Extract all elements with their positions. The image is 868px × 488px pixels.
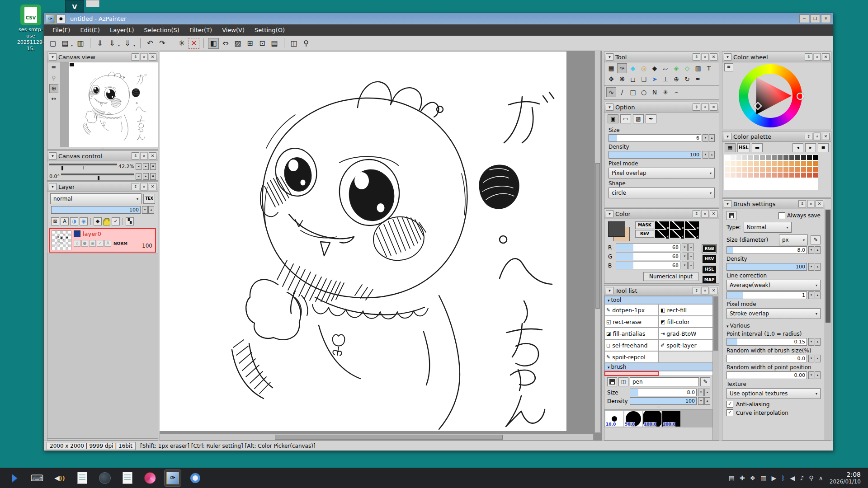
toollist-item-dotpen-1px[interactable]: ✎dotpen-1px [604, 304, 659, 316]
taskbar-azpainter[interactable]: ✑ [165, 470, 181, 486]
palette-color[interactable] [783, 172, 789, 178]
select-box-tool-icon[interactable]: ◻ [628, 74, 638, 84]
palette-color[interactable] [748, 166, 754, 172]
spoit-tool-icon[interactable]: ✒ [693, 74, 703, 84]
palette-color[interactable] [812, 155, 818, 160]
open-file-icon[interactable]: ▤ [60, 38, 71, 49]
palette-color[interactable] [730, 178, 736, 184]
rotate-minus-button[interactable]: ◂ [136, 173, 142, 180]
menu-selection[interactable]: Selection(S) [139, 24, 184, 36]
brush-settings-scrollbar[interactable] [825, 209, 831, 440]
line-correction-select[interactable]: Average(weak)▾ [726, 280, 821, 291]
bs-density-slider[interactable]: 100 [726, 263, 807, 271]
palette-color[interactable] [724, 172, 730, 178]
panel-store-icon[interactable]: « [702, 53, 709, 61]
palette-grid-view-icon[interactable]: ▦ [725, 143, 736, 152]
mask-color-3[interactable] [685, 221, 699, 229]
mask-a-icon[interactable]: A [61, 217, 69, 225]
palette-color[interactable] [789, 184, 795, 190]
unit-select[interactable]: px▾ [779, 235, 808, 245]
rotate-plus-button[interactable]: ▸ [143, 173, 149, 180]
mask-color-4[interactable] [655, 230, 669, 238]
palette-color[interactable] [754, 155, 760, 160]
palette-color[interactable] [760, 178, 765, 184]
texture-button[interactable]: TEX [143, 194, 155, 204]
rotate-reset-button[interactable]: ▪ [150, 173, 156, 180]
select-move-tool-icon[interactable]: ➤ [650, 74, 660, 84]
rp-down[interactable]: ▾ [808, 371, 814, 379]
palette-color[interactable] [777, 155, 783, 160]
minimize-button[interactable]: ─ [799, 14, 809, 23]
palette-color[interactable] [742, 178, 748, 184]
blue-down-button[interactable]: ▾ [682, 262, 688, 269]
palette-color[interactable] [771, 178, 777, 184]
brush-group-header[interactable]: brush [604, 363, 713, 371]
brush-window-button[interactable]: ◫ [618, 377, 628, 386]
gradation-tool-icon[interactable]: ▥ [693, 63, 703, 73]
red-down-button[interactable]: ▾ [682, 244, 688, 251]
player-icon[interactable]: ▶ [771, 474, 776, 482]
palette-color[interactable] [807, 178, 812, 184]
panel-shade-icon[interactable]: ⇕ [805, 133, 812, 140]
panel-shade-icon[interactable]: ⇕ [693, 103, 700, 111]
taskbar-volume-mixer[interactable]: ◀ [52, 470, 68, 486]
panel-close-icon[interactable]: ✕ [822, 53, 830, 61]
random-width-slider[interactable]: 0.0 [726, 355, 807, 362]
palette-color[interactable] [736, 178, 742, 184]
palette-color[interactable] [795, 172, 801, 178]
tray-expand-icon[interactable]: ∧ [819, 474, 823, 482]
panel-shade-icon[interactable]: ⇕ [805, 53, 812, 61]
volume-icon[interactable]: ◀ [790, 474, 795, 482]
canvas-hscrollbar[interactable] [160, 434, 594, 441]
opt-size-icon[interactable]: ▭ [620, 114, 631, 123]
opt-pressure-icon[interactable]: ✒ [646, 114, 656, 123]
palette-color[interactable] [724, 160, 730, 166]
palette-color[interactable] [724, 178, 730, 184]
mask-color-1[interactable] [655, 221, 669, 229]
palette-color[interactable] [736, 166, 742, 172]
bs-size-up[interactable]: ▴ [815, 246, 821, 254]
fill-tool-icon[interactable]: ◆ [650, 63, 660, 73]
menu-filter[interactable]: Filter(T) [184, 24, 217, 36]
rotate-slider[interactable] [61, 172, 134, 180]
palette-color[interactable] [742, 155, 748, 160]
canvas-view-toggle-icon[interactable]: ◧ [208, 38, 219, 49]
save-copy-dropdown-icon[interactable]: ▾ [133, 43, 135, 47]
green-up-button[interactable]: ▴ [688, 253, 694, 260]
layer-flag-icon[interactable]: ✓ [97, 240, 104, 247]
panel-shade-icon[interactable]: ⇕ [693, 287, 700, 294]
opacity-up-button[interactable]: ▴ [148, 206, 154, 214]
red-slider[interactable]: 68 [616, 244, 680, 251]
red-up-button[interactable]: ▴ [688, 244, 694, 251]
palette-color[interactable] [736, 155, 742, 160]
bdensity-down-button[interactable]: ▾ [698, 397, 704, 405]
brush-name-field[interactable]: pen [630, 377, 699, 386]
palette-color[interactable] [812, 178, 818, 184]
panel-store-icon[interactable]: « [141, 152, 148, 160]
palette-color[interactable] [765, 178, 771, 184]
rev-button[interactable]: REV [635, 230, 654, 238]
palette-color[interactable] [748, 172, 754, 178]
zoom-plus-button[interactable]: ▸ [143, 163, 149, 170]
palette-color[interactable] [789, 160, 795, 166]
point-interval-slider[interactable]: 0.15 [726, 338, 807, 346]
panel-shade-icon[interactable]: ⇕ [132, 183, 139, 190]
palette-color[interactable] [783, 155, 789, 160]
audio-icon[interactable]: ♪ [800, 474, 804, 482]
palette-color[interactable] [812, 184, 818, 190]
panel-close-icon[interactable]: ✕ [710, 103, 717, 111]
filter-dialog-icon[interactable]: ◫ [288, 38, 299, 49]
palette-gradient-icon[interactable]: ▬ [752, 143, 763, 152]
brush-size-preset[interactable]: 10.0 [605, 411, 623, 427]
save-icon[interactable]: ⇓ [94, 38, 105, 49]
texture-select[interactable]: Use optional textures▾ [726, 388, 821, 399]
toollist-item-fill-antialias[interactable]: ◪fill-antialias [604, 328, 659, 339]
palette-color[interactable] [748, 178, 754, 184]
palette-color[interactable] [754, 184, 760, 190]
mask-color-5[interactable] [670, 230, 684, 238]
mask-under-icon[interactable]: ◑ [70, 217, 78, 225]
location-icon[interactable]: ⚲ [809, 474, 813, 482]
messenger-icon[interactable]: ❖ [750, 474, 756, 482]
draw-bezier-tool-icon[interactable]: ⌢ [671, 87, 681, 97]
panel-menu-button[interactable]: ▾ [49, 152, 57, 160]
